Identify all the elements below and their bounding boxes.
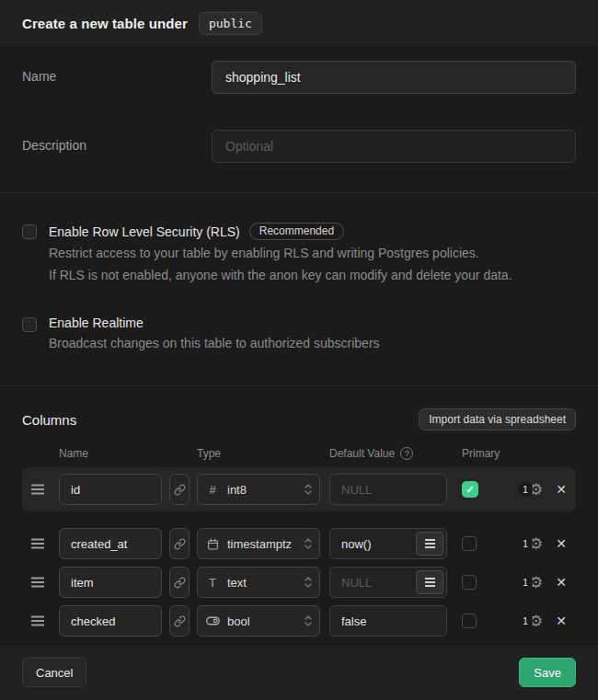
column-name-input[interactable] (59, 474, 162, 505)
delete-column-button[interactable]: ✕ (556, 536, 567, 551)
panel-header: Create a new table under public (0, 0, 598, 48)
foreign-key-button[interactable] (169, 605, 190, 637)
default-value-input[interactable] (329, 605, 447, 637)
realtime-label: Enable Realtime (49, 316, 144, 330)
chevron-updown-icon (305, 614, 312, 627)
column-type-select[interactable]: T text (197, 567, 320, 598)
column-settings-button[interactable]: 1 ⚙ (518, 482, 543, 498)
column-name-input[interactable] (59, 605, 162, 637)
column-row-created-at: timestamptz 1 ⚙ ✕ (22, 524, 576, 563)
close-icon: ✕ (556, 614, 567, 628)
link-icon (174, 615, 186, 627)
suggested-values-button[interactable] (416, 570, 443, 594)
foreign-key-button[interactable] (169, 474, 190, 505)
schema-badge: public (199, 12, 262, 35)
rls-label: Enable Row Level Security (RLS) (49, 224, 240, 239)
panel-footer: Cancel Save (0, 644, 598, 700)
primary-checkbox[interactable]: ✓ (462, 481, 478, 498)
rls-option: Enable Row Level Security (RLS) Recommen… (22, 223, 576, 286)
drag-handle-icon[interactable] (31, 581, 44, 583)
delete-column-button[interactable]: ✕ (556, 482, 567, 497)
primary-checkbox[interactable] (462, 536, 477, 551)
close-icon: ✕ (556, 482, 567, 497)
chevron-updown-icon (305, 576, 312, 589)
column-type-value: text (227, 576, 297, 590)
column-type-select[interactable]: bool (197, 605, 320, 637)
table-name-input[interactable] (212, 61, 576, 94)
rls-description-line2: If RLS is not enabled, anyone with the a… (49, 264, 512, 286)
list-icon (425, 543, 435, 545)
primary-checkbox[interactable] (462, 575, 477, 590)
header-primary: Primary (462, 447, 500, 460)
realtime-description: Broadcast changes on this table to autho… (49, 332, 380, 354)
column-name-input[interactable] (59, 567, 162, 598)
header-type: Type (197, 447, 329, 460)
check-icon: ✓ (466, 484, 474, 496)
column-type-value: bool (227, 614, 297, 628)
name-row: Name (22, 61, 576, 94)
columns-title: Columns (22, 412, 76, 428)
save-button[interactable]: Save (519, 658, 576, 687)
name-label: Name (22, 61, 212, 94)
settings-count-badge: 1 (518, 614, 533, 628)
close-icon: ✕ (556, 575, 567, 590)
column-type-select[interactable]: # int8 (197, 474, 320, 505)
table-options-section: Enable Row Level Security (RLS) Recommen… (0, 192, 598, 385)
suggested-values-button[interactable] (416, 532, 443, 556)
table-details-section: Name Description (0, 48, 598, 192)
recommended-badge: Recommended (249, 223, 344, 240)
rls-content: Enable Row Level Security (RLS) Recommen… (49, 223, 512, 286)
column-settings-button[interactable]: 1 ⚙ (518, 614, 543, 629)
settings-count-badge: 1 (518, 482, 533, 497)
link-icon (174, 538, 186, 550)
settings-count-badge: 1 (518, 536, 533, 551)
columns-table-header: Name Type Default Value ? Primary (22, 447, 576, 460)
chevron-updown-icon (305, 537, 312, 550)
drag-handle-icon[interactable] (31, 543, 44, 545)
columns-section: Columns Import data via spreadsheet Name… (0, 385, 598, 644)
drag-handle-icon[interactable] (31, 488, 44, 490)
column-type-value: int8 (227, 483, 297, 497)
create-table-panel: Create a new table under public Name Des… (0, 0, 598, 700)
cancel-button[interactable]: Cancel (22, 658, 86, 687)
settings-count-badge: 1 (518, 575, 533, 590)
header-default-value: Default Value (329, 447, 395, 460)
import-data-button[interactable]: Import data via spreadsheet (419, 408, 576, 430)
drag-handle-icon[interactable] (31, 620, 44, 622)
link-icon (174, 577, 186, 589)
close-icon: ✕ (556, 536, 567, 551)
delete-column-button[interactable]: ✕ (556, 614, 567, 628)
help-icon[interactable]: ? (400, 447, 413, 460)
foreign-key-button[interactable] (169, 567, 190, 598)
column-type-value: timestamptz (227, 537, 297, 551)
description-row: Description (22, 130, 576, 163)
chevron-updown-icon (305, 483, 312, 496)
panel-title: Create a new table under (22, 16, 188, 31)
foreign-key-button[interactable] (169, 528, 190, 559)
list-icon (425, 581, 435, 583)
rls-description-line1: Restrict access to your table by enablin… (49, 242, 512, 264)
delete-column-button[interactable]: ✕ (556, 575, 567, 590)
header-name: Name (59, 447, 197, 460)
realtime-checkbox[interactable] (22, 317, 37, 332)
hash-icon: # (205, 483, 220, 497)
rls-checkbox[interactable] (22, 224, 37, 239)
column-row-checked: bool 1 ⚙ ✕ (22, 602, 576, 640)
column-row-item: T text 1 ⚙ ✕ (22, 563, 576, 602)
columns-rows: # int8 ✓ 1 ⚙ ✕ (22, 467, 576, 640)
column-row-id: # int8 ✓ 1 ⚙ ✕ (22, 467, 576, 511)
realtime-option: Enable Realtime Broadcast changes on thi… (22, 316, 576, 354)
toggle-icon (205, 616, 220, 625)
column-settings-button[interactable]: 1 ⚙ (518, 536, 543, 552)
link-icon (174, 484, 186, 496)
calendar-icon (205, 538, 220, 550)
column-settings-button[interactable]: 1 ⚙ (518, 575, 543, 591)
table-description-input[interactable] (212, 130, 576, 163)
primary-checkbox[interactable] (462, 614, 477, 628)
text-icon: T (205, 576, 220, 590)
default-value-input[interactable] (329, 474, 447, 505)
column-name-input[interactable] (59, 528, 162, 559)
column-type-select[interactable]: timestamptz (197, 528, 320, 559)
description-label: Description (22, 130, 212, 163)
realtime-content: Enable Realtime Broadcast changes on thi… (49, 316, 380, 354)
